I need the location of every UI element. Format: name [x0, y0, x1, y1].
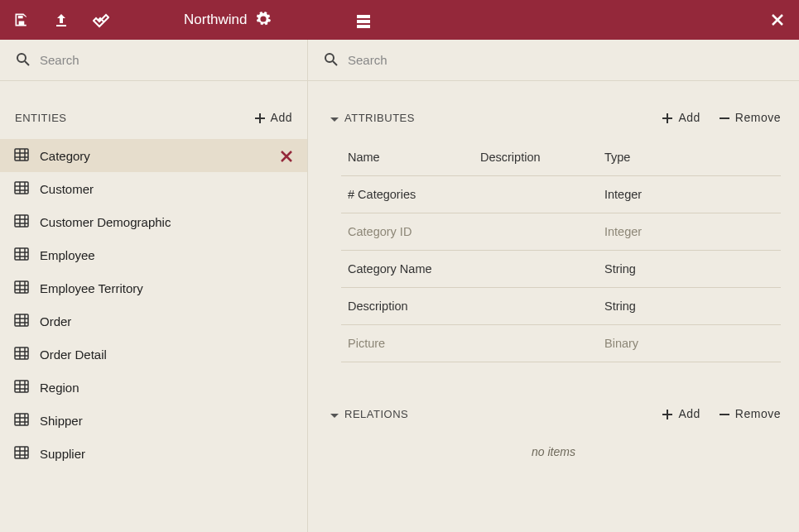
- table-icon: [13, 312, 30, 331]
- entities-search-row: [0, 40, 307, 81]
- search-icon: [323, 51, 338, 69]
- remove-relation-button[interactable]: Remove: [717, 407, 781, 420]
- relations-empty: no items: [308, 445, 799, 458]
- table-icon: [13, 180, 30, 199]
- entity-label: Supplier: [40, 447, 85, 461]
- attribute-row[interactable]: Description String: [341, 287, 781, 324]
- add-attribute-label: Add: [678, 111, 700, 124]
- entity-label: Order: [40, 314, 71, 328]
- entity-item[interactable]: Region: [0, 371, 307, 404]
- attr-name: Category ID: [348, 225, 480, 238]
- entity-item[interactable]: Order: [0, 304, 307, 338]
- app-title: Northwind: [184, 12, 248, 28]
- attr-name: Description: [348, 300, 480, 313]
- col-name: Name: [348, 151, 480, 164]
- attr-name: # Categories: [348, 188, 480, 201]
- entity-item[interactable]: Employee Territory: [0, 271, 307, 304]
- entity-label: Employee Territory: [40, 281, 143, 295]
- remove-relation-label: Remove: [735, 407, 781, 420]
- attr-type: String: [604, 300, 773, 313]
- attr-type: Integer: [604, 188, 773, 201]
- attributes-header: ATTRIBUTES Add Remove: [308, 99, 799, 136]
- save-icon[interactable]: [13, 12, 30, 28]
- entity-item[interactable]: Employee: [0, 238, 307, 271]
- attr-type: String: [604, 262, 773, 276]
- gear-icon[interactable]: [256, 12, 272, 28]
- table-icon: [13, 444, 30, 463]
- entities-search-input[interactable]: [40, 53, 292, 67]
- sliders-icon[interactable]: [355, 12, 372, 28]
- table-icon: [13, 146, 30, 165]
- attr-type: Binary: [604, 337, 773, 350]
- col-type: Type: [604, 151, 773, 164]
- col-description: Description: [480, 151, 604, 164]
- attributes-title: ATTRIBUTES: [344, 112, 415, 124]
- table-icon: [13, 345, 30, 364]
- attr-type: Integer: [604, 225, 773, 238]
- add-relation-button[interactable]: Add: [660, 407, 700, 420]
- attributes-search-row: [308, 40, 799, 81]
- table-icon: [13, 411, 30, 430]
- remove-attribute-button[interactable]: Remove: [717, 111, 781, 124]
- attribute-row[interactable]: # Categories Integer: [341, 175, 781, 213]
- entity-label: Customer: [40, 182, 94, 196]
- add-relation-label: Add: [678, 407, 700, 420]
- relations-title: RELATIONS: [344, 408, 408, 420]
- caret-down-icon[interactable]: [326, 407, 339, 420]
- add-entity-button[interactable]: Add: [253, 111, 292, 124]
- add-entity-label: Add: [271, 111, 292, 124]
- attribute-row[interactable]: Category ID Integer: [341, 213, 781, 250]
- attributes-table: Name Description Type # Categories Integ…: [341, 139, 781, 362]
- entity-label: Employee: [40, 248, 95, 262]
- entity-item[interactable]: Customer: [0, 172, 307, 205]
- close-icon[interactable]: [769, 12, 786, 28]
- table-icon: [13, 246, 30, 265]
- entity-item[interactable]: Order Detail: [0, 338, 307, 371]
- entity-label: Region: [40, 381, 79, 395]
- search-icon: [15, 51, 30, 69]
- attribute-row[interactable]: Picture Binary: [341, 324, 781, 362]
- details-pane: ATTRIBUTES Add Remove Name Description T…: [308, 40, 799, 532]
- table-icon: [13, 279, 30, 298]
- entity-label: Order Detail: [40, 347, 107, 362]
- remove-attribute-label: Remove: [735, 111, 781, 124]
- table-icon: [13, 378, 30, 397]
- add-attribute-button[interactable]: Add: [660, 111, 700, 124]
- entity-list: Category Customer Customer Demographic E…: [0, 139, 307, 470]
- entity-item[interactable]: Supplier: [0, 437, 307, 470]
- attributes-columns: Name Description Type: [341, 139, 781, 175]
- attr-name: Category Name: [348, 262, 480, 276]
- upload-icon[interactable]: [53, 12, 70, 28]
- entities-pane: ENTITIES Add Category Customer Customer …: [0, 40, 308, 532]
- entity-label: Customer Demographic: [40, 215, 171, 229]
- attr-name: Picture: [348, 337, 480, 350]
- entities-header: ENTITIES Add: [0, 99, 307, 136]
- table-icon: [13, 213, 30, 232]
- caret-down-icon[interactable]: [326, 111, 339, 124]
- entity-item[interactable]: Customer Demographic: [0, 205, 307, 238]
- entity-label: Category: [40, 149, 90, 163]
- attribute-row[interactable]: Category Name String: [341, 250, 781, 287]
- entities-title: ENTITIES: [15, 112, 67, 124]
- titlebar: Northwind: [0, 0, 799, 40]
- double-check-icon[interactable]: [93, 12, 109, 28]
- relations-header: RELATIONS Add Remove: [308, 395, 799, 432]
- entity-item[interactable]: Category: [0, 139, 307, 172]
- entity-item[interactable]: Shipper: [0, 404, 307, 437]
- entity-label: Shipper: [40, 414, 83, 428]
- attributes-search-input[interactable]: [348, 53, 784, 67]
- remove-entity-icon[interactable]: [277, 147, 294, 164]
